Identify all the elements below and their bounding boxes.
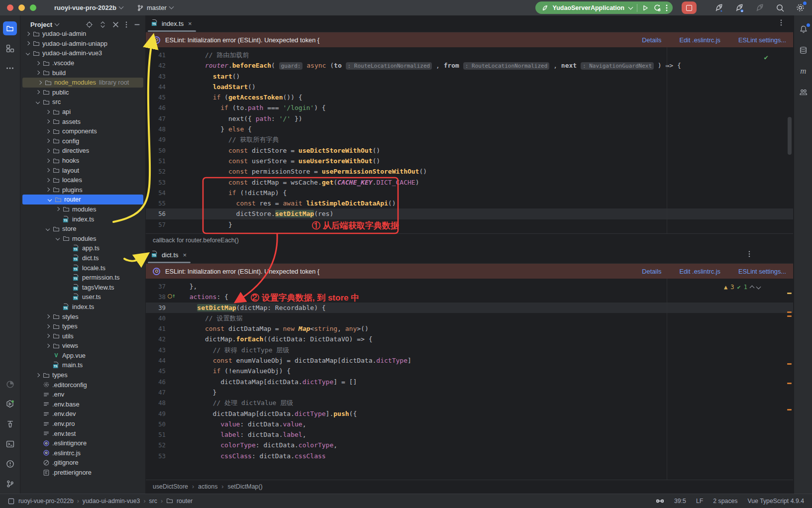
code-line-49[interactable]: 49 // 获取所有字典	[146, 134, 793, 145]
macos-close-icon[interactable]	[7, 4, 13, 11]
tree-item-layout[interactable]: layout	[20, 165, 145, 175]
tree-item-.gitignore[interactable]: .gitignore	[20, 458, 145, 468]
code-line-39[interactable]: 39 setDictMap(dictMap: Recordable) {	[146, 303, 793, 313]
tree-item-modules[interactable]: modules	[20, 233, 145, 243]
run-with-profiler-icon[interactable]	[714, 3, 724, 12]
status-path-item[interactable]: ruoyi-vue-pro-2022b	[18, 498, 74, 505]
tree-item-.editorconfig[interactable]: .editorconfig	[20, 380, 145, 390]
chevron-icon[interactable]	[44, 344, 52, 347]
code-line-41[interactable]: 41 // 路由加载前	[146, 50, 793, 60]
status-path-item[interactable]: src	[149, 498, 157, 505]
breadcrumb-item[interactable]: useDictStore	[153, 483, 188, 490]
tree-item-index.ts[interactable]: TSindex.ts	[20, 302, 145, 312]
code-line-44[interactable]: 44 const enumValueObj = dictDataMap[dict…	[146, 355, 793, 366]
code-line-43[interactable]: 43 start()	[146, 71, 793, 82]
chevron-icon[interactable]	[44, 149, 52, 152]
tab-dict.ts[interactable]: TS dict.ts ×	[146, 250, 193, 263]
tree-item-types[interactable]: types	[20, 321, 145, 331]
code-line-51[interactable]: 51 label: dictData.label,	[146, 429, 793, 440]
settings-icon[interactable]	[796, 3, 805, 12]
tree-item-node_modules[interactable]: node_moduleslibrary root	[22, 78, 143, 88]
tree-item-directives[interactable]: directives	[20, 146, 145, 156]
tree-item-assets[interactable]: assets	[20, 116, 145, 126]
tree-item-.env.base[interactable]: .env.base	[20, 400, 145, 409]
tree-item-build[interactable]: build	[20, 68, 145, 78]
more-tools-button[interactable]	[3, 61, 17, 75]
stripe-mark[interactable]	[787, 383, 792, 384]
chevron-icon[interactable]	[54, 237, 62, 240]
code-line-48[interactable]: 48 // 处理 dictValue 层级	[146, 398, 793, 408]
code-line-46[interactable]: 46 if (to.path === '/login') {	[146, 102, 793, 113]
hide-panel-icon[interactable]	[134, 21, 140, 28]
chevron-icon[interactable]	[44, 139, 52, 142]
scrollbar-thumb[interactable]	[788, 117, 792, 155]
chevron-icon[interactable]	[44, 169, 52, 172]
tree-item-.env[interactable]: .env	[20, 390, 145, 400]
tree-item-main.ts[interactable]: TSmain.ts	[20, 360, 145, 370]
editor-options-kebab-icon[interactable]	[780, 19, 782, 28]
chevron-icon[interactable]	[24, 32, 32, 35]
chevron-icon[interactable]	[24, 52, 32, 55]
macos-minimize-icon[interactable]	[18, 4, 25, 11]
code-line-47[interactable]: 47 next({ path: '/' })	[146, 113, 793, 124]
chevron-icon[interactable]	[44, 120, 52, 123]
status-path-item[interactable]: router	[177, 498, 193, 505]
tree-item-yudao-ui-admin-uniapp[interactable]: yudao-ui-admin-uniapp	[20, 39, 145, 49]
banner-details-link[interactable]: Details	[642, 268, 661, 275]
chevron-icon[interactable]	[34, 62, 42, 65]
project-switcher[interactable]: ruoyi-vue-pro-2022b	[54, 4, 123, 11]
collaboration-tool-button[interactable]	[797, 85, 811, 99]
tree-item-src[interactable]: src	[20, 97, 145, 107]
stripe-mark[interactable]	[787, 363, 792, 365]
code-line-46[interactable]: 46 dictDataMap[dictData.dictType] = []	[146, 377, 793, 387]
search-icon[interactable]	[776, 3, 785, 12]
tree-item-store[interactable]: store	[20, 224, 145, 234]
chevron-icon[interactable]	[44, 227, 52, 230]
tab-close-icon[interactable]: ×	[183, 251, 187, 259]
run-button[interactable]	[642, 4, 649, 11]
tree-item-.env.dev[interactable]: .env.dev	[20, 409, 145, 419]
code-line-49[interactable]: 49 dictDataMap[dictData.dictType].push({	[146, 408, 793, 419]
tree-item-.eslintignore[interactable]: .eslintignore	[20, 438, 145, 448]
locate-icon[interactable]	[86, 21, 93, 28]
warning-stripe-mark[interactable]	[787, 293, 792, 294]
tree-item-router[interactable]: router	[22, 195, 143, 204]
more-kebab-icon[interactable]	[666, 4, 668, 12]
run-configuration-widget[interactable]: YudaoServerApplication	[535, 1, 673, 14]
chevron-icon[interactable]	[54, 207, 62, 210]
branch-switcher[interactable]: master	[137, 4, 173, 11]
tree-item-hooks[interactable]: hooks	[20, 156, 145, 166]
chevron-icon[interactable]	[44, 315, 52, 318]
caret-position[interactable]: 39:5	[674, 498, 686, 505]
tree-item-modules[interactable]: modules	[20, 204, 145, 214]
tab-close-icon[interactable]: ×	[188, 20, 192, 27]
chevron-icon[interactable]	[44, 188, 52, 191]
code-line-47[interactable]: 47 }	[146, 387, 793, 398]
tree-item-views[interactable]: views	[20, 341, 145, 351]
tree-item-yudao-ui-admin[interactable]: yudao-ui-admin	[20, 29, 145, 39]
tree-item-.env.pro[interactable]: .env.pro	[20, 419, 145, 429]
git-tool-button[interactable]	[3, 477, 17, 491]
chevron-icon[interactable]	[34, 374, 42, 377]
expand-collapse-icon[interactable]	[100, 21, 106, 28]
structure-tool-button[interactable]	[3, 41, 17, 55]
tree-item-yudao-ui-admin-vue3[interactable]: yudao-ui-admin-vue3	[20, 48, 145, 58]
code-line-56[interactable]: 56 dictStore.setDictMap(res)	[146, 208, 793, 219]
next-problem-icon[interactable]	[756, 284, 761, 289]
breadcrumb-item[interactable]: callback for router.beforeEach()	[153, 237, 239, 244]
tree-item-api[interactable]: api	[20, 107, 145, 117]
debug-with-profiler-icon[interactable]: o	[735, 3, 744, 12]
build-tool-button[interactable]	[3, 417, 17, 431]
tree-item-.eslintrc.js[interactable]: .eslintrc.js	[20, 448, 145, 458]
code-line-42[interactable]: 42 dictMap.forEach((dictData: DictDataVO…	[146, 334, 793, 344]
chevron-icon[interactable]	[44, 334, 52, 337]
notifications-button[interactable]	[797, 22, 811, 36]
chevron-icon[interactable]	[46, 198, 54, 201]
code-line-41[interactable]: 41 const dictDataMap = new Map<string, a…	[146, 323, 793, 334]
macos-zoom-icon[interactable]	[30, 4, 36, 11]
chevron-icon[interactable]	[36, 81, 44, 84]
tree-item-.vscode[interactable]: .vscode	[20, 58, 145, 68]
inspections-widget[interactable]: ▲ 3 ✔ 1	[724, 284, 760, 291]
code-line-53[interactable]: 53 const dictMap = wsCache.get(CACHE_KEY…	[146, 177, 793, 188]
chevron-icon[interactable]	[44, 159, 52, 162]
